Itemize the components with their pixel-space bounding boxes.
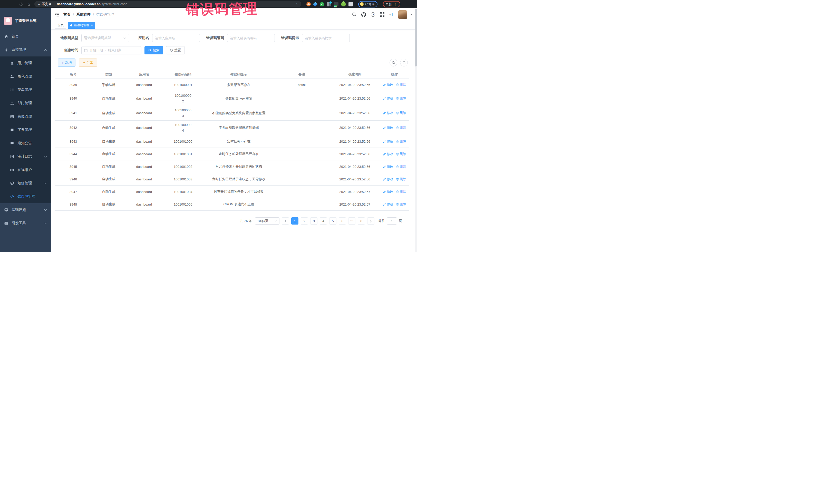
- sidebar-item-home[interactable]: 首页: [0, 30, 51, 43]
- delete-link[interactable]: 删除: [396, 177, 406, 181]
- prev-page-button[interactable]: [282, 217, 289, 224]
- sidebar-item-user[interactable]: 用户管理: [0, 57, 51, 70]
- browser-home-icon[interactable]: ⌂: [26, 1, 32, 7]
- browser-back-icon[interactable]: ←: [3, 1, 9, 7]
- breadcrumb-item[interactable]: 首页: [63, 12, 70, 17]
- search-button[interactable]: 搜索: [145, 46, 163, 54]
- logo-avatar: [4, 17, 12, 25]
- avatar-dropdown-icon[interactable]: [410, 14, 412, 15]
- help-icon[interactable]: ?: [371, 12, 375, 17]
- search-icon[interactable]: [352, 12, 356, 17]
- edit-link[interactable]: 修改: [383, 111, 393, 115]
- table-cell: 只有开启状态的任务，才可以修改: [203, 185, 274, 198]
- add-button[interactable]: + 新增: [58, 59, 75, 67]
- scrollbar-thumb[interactable]: [415, 9, 417, 66]
- extension-orange-icon[interactable]: [306, 2, 311, 6]
- page-button-6[interactable]: 6: [339, 217, 346, 224]
- breadcrumb-item[interactable]: 系统管理: [76, 12, 91, 17]
- page-scrollbar[interactable]: [415, 8, 417, 252]
- refresh-button[interactable]: [400, 59, 408, 66]
- extension-switch-icon[interactable]: on: [334, 2, 338, 6]
- page-button-3[interactable]: 3: [310, 217, 317, 224]
- extension-green-check-icon[interactable]: ✓: [320, 2, 324, 6]
- extension-paused-badge[interactable]: 已暂停: [358, 1, 377, 7]
- edit-link[interactable]: 修改: [383, 177, 393, 181]
- browser-reload-icon[interactable]: [18, 1, 24, 7]
- app-name-input[interactable]: [155, 36, 197, 40]
- next-page-button[interactable]: [367, 217, 374, 224]
- sidebar-item-infra[interactable]: 基础设施: [0, 203, 51, 217]
- sidebar-item-sms[interactable]: 短信管理: [0, 177, 51, 190]
- toggle-search-button[interactable]: [390, 59, 397, 66]
- book-icon: [10, 128, 14, 132]
- goto-page-input[interactable]: [387, 217, 397, 224]
- sidebar-item-label: 通知公告: [18, 141, 32, 146]
- tab-error-code[interactable]: 错误码管理×: [68, 22, 95, 29]
- github-icon[interactable]: [361, 12, 366, 17]
- browser-update-button[interactable]: 更新 ⋮: [383, 1, 400, 7]
- edit-link[interactable]: 修改: [383, 83, 393, 87]
- table-cell-actions: 修改删除: [380, 198, 409, 211]
- extension-gem-icon[interactable]: [313, 2, 317, 6]
- sidebar-item-role[interactable]: 角色管理: [0, 70, 51, 83]
- sidebar-item-audit-log[interactable]: 审计日志: [0, 150, 51, 163]
- sidebar-logo[interactable]: 芋道管理系统: [0, 8, 51, 30]
- sidebar-item-error-code[interactable]: 错误码管理: [0, 190, 51, 203]
- delete-link[interactable]: 删除: [396, 111, 406, 115]
- user-avatar[interactable]: [398, 10, 407, 19]
- id-badge-icon: [10, 115, 14, 118]
- delete-link[interactable]: 删除: [396, 83, 406, 87]
- security-warning[interactable]: ▲不安全: [38, 2, 51, 6]
- edit-link[interactable]: 修改: [383, 139, 393, 144]
- sidebar-item-system[interactable]: 系统管理: [0, 43, 51, 57]
- page-button-5[interactable]: 5: [329, 217, 336, 224]
- sidebar-item-notice[interactable]: 通知公告: [0, 136, 51, 150]
- sidebar-item-dict[interactable]: 字典管理: [0, 123, 51, 136]
- font-size-icon[interactable]: TT: [389, 13, 393, 17]
- error-type-select[interactable]: 请选择错误码类型: [81, 34, 129, 42]
- page-size-select[interactable]: 10条/页: [255, 217, 280, 224]
- edit-link[interactable]: 修改: [383, 152, 393, 156]
- delete-link[interactable]: 删除: [396, 96, 406, 101]
- edit-link[interactable]: 修改: [383, 202, 393, 206]
- sidebar-item-dev-tools[interactable]: 研发工具: [0, 217, 51, 230]
- export-button[interactable]: 导出: [79, 59, 97, 67]
- page-button-4[interactable]: 4: [320, 217, 327, 224]
- page-button-2[interactable]: 2: [301, 217, 308, 224]
- table-cell: 2021-04-20 23:52:57: [329, 185, 380, 198]
- sidebar-item-label: 短信管理: [18, 181, 32, 185]
- sidebar-item-online-user[interactable]: 在线用户: [0, 163, 51, 177]
- delete-link[interactable]: 删除: [396, 165, 406, 169]
- sidebar-item-post[interactable]: 岗位管理: [0, 110, 51, 123]
- extension-grid-icon[interactable]: [327, 2, 331, 6]
- delete-link[interactable]: 删除: [396, 126, 406, 130]
- delete-link[interactable]: 删除: [396, 139, 406, 144]
- edit-link[interactable]: 修改: [383, 165, 393, 169]
- close-icon[interactable]: ×: [91, 24, 93, 27]
- edit-link[interactable]: 修改: [383, 96, 393, 101]
- delete-link[interactable]: 删除: [396, 152, 406, 156]
- edit-link[interactable]: 修改: [383, 126, 393, 130]
- extension-android-icon[interactable]: [341, 2, 346, 6]
- code-icon: [10, 195, 14, 198]
- error-msg-input[interactable]: [305, 36, 347, 40]
- bookmark-star-icon[interactable]: ☆: [295, 2, 298, 6]
- sidebar-item-dept[interactable]: 部门管理: [0, 96, 51, 110]
- error-code-input[interactable]: [230, 36, 272, 40]
- address-bar[interactable]: ▲不安全 | dashboard.yudao.iocoder.cn /syste…: [35, 1, 301, 7]
- fullscreen-icon[interactable]: [380, 12, 385, 17]
- tab-home[interactable]: 首页: [55, 22, 66, 29]
- sidebar-item-menu[interactable]: 菜单管理: [0, 83, 51, 96]
- delete-link[interactable]: 删除: [396, 202, 406, 206]
- page-button-1[interactable]: 1: [291, 217, 299, 224]
- browser-menu-kebab-icon[interactable]: ⋮: [394, 2, 397, 6]
- sidebar-toggle-icon[interactable]: [54, 13, 60, 17]
- page-button-8[interactable]: 8: [358, 217, 365, 224]
- date-range-picker[interactable]: 开始日期 - 结束日期: [81, 46, 141, 54]
- page-ellipsis[interactable]: •••: [348, 217, 355, 224]
- delete-link[interactable]: 删除: [396, 190, 406, 194]
- browser-forward-icon[interactable]: →: [10, 1, 17, 7]
- edit-link[interactable]: 修改: [383, 190, 393, 194]
- reset-button[interactable]: 重置: [166, 46, 185, 54]
- extensions-puzzle-icon[interactable]: [349, 2, 353, 6]
